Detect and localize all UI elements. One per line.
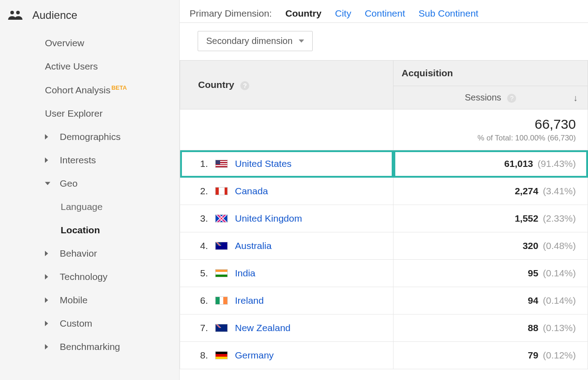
- sessions-value: 79: [528, 350, 538, 360]
- sidebar-title: Audience: [32, 9, 77, 22]
- nav-item-label: Cohort Analysis: [45, 85, 111, 95]
- table-row: 7.New Zealand88(0.13%): [180, 314, 588, 342]
- row-rank: 3.: [196, 213, 208, 224]
- sessions-percent: (0.12%): [543, 350, 576, 360]
- country-link[interactable]: United Kingdom: [235, 213, 302, 224]
- nav-item-overview[interactable]: Overview: [0, 31, 179, 55]
- nav-section-label: Behavior: [60, 248, 97, 258]
- nav-section-label: Custom: [60, 318, 92, 328]
- flag-icon: [215, 214, 228, 223]
- nav-section-mobile[interactable]: Mobile: [0, 288, 179, 312]
- country-link[interactable]: United States: [235, 158, 292, 169]
- help-icon[interactable]: ?: [240, 81, 249, 90]
- nav-item-label: Overview: [45, 38, 84, 48]
- sessions-percent: (0.14%): [543, 295, 576, 306]
- table-row: 3.United Kingdom1,552(2.33%): [180, 205, 588, 232]
- country-link[interactable]: Australia: [235, 240, 272, 251]
- sessions-value: 61,013: [504, 158, 533, 169]
- table-row: 2.Canada2,274(3.41%): [180, 178, 588, 205]
- nav-sub-location[interactable]: Location: [0, 218, 179, 242]
- help-icon[interactable]: ?: [507, 94, 516, 103]
- chevron-right-icon: [45, 344, 48, 349]
- sessions-percent: (0.14%): [543, 268, 576, 278]
- row-rank: 6.: [196, 295, 208, 306]
- nav-sub-language[interactable]: Language: [0, 195, 179, 218]
- data-table: Country ? Acquisition Sessions ? ↓: [180, 60, 588, 369]
- beta-badge: BETA: [111, 84, 127, 91]
- sessions-percent: (0.48%): [543, 240, 576, 251]
- chevron-right-icon: [45, 321, 48, 326]
- nav-section-label: Interests: [60, 155, 96, 165]
- dimension-tab-city[interactable]: City: [335, 8, 351, 25]
- country-link[interactable]: Canada: [235, 186, 268, 197]
- nav-item-label: User Explorer: [45, 108, 102, 118]
- dimension-tab-sub-continent[interactable]: Sub Continent: [419, 8, 478, 25]
- sessions-percent: (0.13%): [543, 323, 576, 333]
- chevron-down-icon: [45, 182, 50, 185]
- chevron-right-icon: [45, 297, 48, 303]
- main-content: Primary Dimension: CountryCityContinentS…: [180, 0, 588, 380]
- sessions-value: 95: [528, 268, 538, 278]
- country-link[interactable]: Ireland: [235, 295, 264, 306]
- dimension-tab-country[interactable]: Country: [285, 8, 322, 25]
- flag-icon: [215, 324, 228, 332]
- audience-icon: [8, 10, 22, 21]
- row-rank: 8.: [196, 350, 208, 361]
- flag-icon: [215, 187, 228, 195]
- dimension-tab-continent[interactable]: Continent: [365, 8, 405, 25]
- sessions-value: 2,274: [515, 186, 539, 196]
- row-rank: 4.: [196, 240, 208, 251]
- chevron-down-icon: [299, 39, 304, 43]
- secondary-dimension-label: Secondary dimension: [206, 36, 292, 46]
- row-rank: 1.: [196, 158, 208, 169]
- flag-icon: [215, 269, 228, 277]
- table-row: 4.Australia320(0.48%): [180, 232, 588, 260]
- row-rank: 5.: [196, 268, 208, 279]
- sort-descending-icon[interactable]: ↓: [573, 92, 578, 103]
- sidebar: Audience OverviewActive UsersCohort Anal…: [0, 0, 180, 380]
- country-link[interactable]: India: [235, 268, 256, 279]
- column-header-country[interactable]: Country ?: [180, 61, 393, 109]
- nav-section-label: Benchmarking: [60, 341, 120, 352]
- nav-item-cohort-analysis[interactable]: Cohort AnalysisBETA: [0, 78, 179, 102]
- table-row: 8.Germany79(0.12%): [180, 342, 588, 369]
- flag-icon: [215, 351, 228, 359]
- flag-icon: [215, 160, 228, 168]
- nav-section-interests[interactable]: Interests: [0, 149, 179, 172]
- primary-dimension-label: Primary Dimension:: [190, 8, 272, 19]
- nav-section-label: Technology: [60, 271, 107, 282]
- chevron-right-icon: [45, 274, 48, 280]
- country-link[interactable]: Germany: [235, 350, 274, 361]
- chevron-right-icon: [45, 157, 48, 163]
- sessions-value: 320: [522, 240, 538, 251]
- nav-section-benchmarking[interactable]: Benchmarking: [0, 335, 179, 358]
- total-sessions-value: 66,730: [405, 117, 576, 132]
- table-row: 6.Ireland94(0.14%): [180, 287, 588, 314]
- nav-section-technology[interactable]: Technology: [0, 265, 179, 288]
- country-link[interactable]: New Zealand: [235, 323, 291, 333]
- nav-item-user-explorer[interactable]: User Explorer: [0, 102, 179, 125]
- secondary-dimension-button[interactable]: Secondary dimension: [198, 31, 313, 51]
- total-sessions-subtext: % of Total: 100.00% (66,730): [405, 134, 576, 143]
- nav-section-geo[interactable]: Geo: [0, 172, 179, 195]
- svg-point-1: [16, 11, 20, 14]
- table-row: 1.United States61,013(91.43%): [180, 150, 588, 178]
- sessions-percent: (91.43%): [538, 158, 576, 169]
- sidebar-header: Audience: [0, 4, 179, 31]
- column-group-acquisition: Acquisition: [393, 61, 588, 86]
- nav-item-active-users[interactable]: Active Users: [0, 55, 179, 78]
- flag-icon: [215, 297, 228, 305]
- nav-section-demographics[interactable]: Demographics: [0, 125, 179, 149]
- nav-section-custom[interactable]: Custom: [0, 312, 179, 335]
- column-header-sessions[interactable]: Sessions ? ↓: [393, 86, 588, 109]
- sessions-value: 88: [528, 323, 538, 333]
- row-rank: 7.: [196, 323, 208, 333]
- primary-dimension-bar: Primary Dimension: CountryCityContinentS…: [180, 0, 588, 22]
- svg-point-0: [10, 11, 14, 14]
- sessions-value: 94: [528, 295, 538, 306]
- nav-section-label: Demographics: [60, 131, 120, 142]
- nav-section-behavior[interactable]: Behavior: [0, 242, 179, 265]
- nav-section-label: Geo: [60, 178, 78, 188]
- sessions-value: 1,552: [515, 213, 539, 223]
- sessions-percent: (3.41%): [543, 186, 576, 196]
